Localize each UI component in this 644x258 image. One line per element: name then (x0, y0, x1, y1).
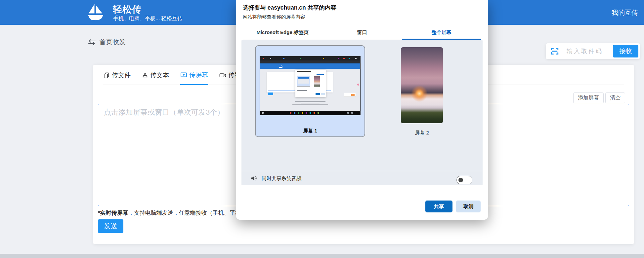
text-icon (142, 72, 148, 79)
receive-code-card: 接收 (546, 43, 640, 59)
dialog-tab-window[interactable]: 窗口 (322, 26, 402, 40)
tab-label: 传文件 (112, 71, 131, 80)
mini-footer-text-line (295, 101, 325, 102)
pickup-code-input[interactable] (567, 48, 609, 55)
nav-my-transfer[interactable]: 我的互传 (612, 8, 638, 17)
app-title: 轻松传 (113, 3, 142, 16)
dropzone-placeholder: 点击添加屏幕或窗口（单次可发3个） (104, 107, 224, 117)
dialog-tab-entire-screen[interactable]: 整个屏幕 (402, 26, 481, 40)
mini-browser-tabstrip (260, 56, 360, 60)
mini-send-button (268, 92, 273, 95)
dialog-tab-bar: Microsoft Edge 标签页 窗口 整个屏幕 (243, 26, 481, 40)
scan-code-icon[interactable] (550, 46, 560, 56)
screen-share-dialog: 选择要与 easychuan.cn 共享的内容 网站将能够查看你的屏幕内容 Mi… (236, 0, 488, 220)
breadcrumb[interactable]: 首页收发 (88, 38, 126, 47)
mini-site-header (260, 63, 360, 69)
app-subtitle: 手机、电脑、平板... 轻松互传 (113, 15, 183, 22)
screen-1-label: 屏幕 1 (256, 128, 365, 134)
mini-taskbar (260, 111, 360, 115)
share-audio-row: 同时共享系统音频 (250, 175, 301, 182)
mini-share-dialog (295, 70, 326, 97)
screen-share-icon (180, 72, 187, 78)
dialog-content-area: 屏幕 1 屏幕 2 同时共享系统音频 (241, 40, 483, 185)
dialog-title: 选择要与 easychuan.cn 共享的内容 (243, 4, 336, 12)
dialog-subtitle: 网站将能够查看你的屏幕内容 (243, 14, 305, 20)
screen-1-thumbnail (260, 56, 361, 115)
tab-send-file[interactable]: 传文件 (103, 71, 131, 85)
toggle-knob (458, 178, 463, 182)
dialog-tab-edge-tab[interactable]: Microsoft Edge 标签页 (243, 26, 322, 40)
sailboat-logo-icon (86, 3, 105, 21)
divider (241, 171, 483, 171)
mini-popup (344, 93, 356, 97)
screen-2-tile[interactable] (401, 47, 443, 123)
tab-send-screen[interactable]: 传屏幕 (180, 71, 208, 85)
horizontal-scrollbar[interactable] (0, 254, 644, 258)
breadcrumb-label: 首页收发 (99, 38, 126, 47)
note-bold: *实时传屏幕 (98, 210, 128, 216)
video-camera-icon (219, 72, 226, 78)
tab-send-text[interactable]: 传文本 (142, 71, 169, 85)
screen-share-note: *实时传屏幕，支持电脑端发送，任意端接收（手机、平板智 (98, 209, 246, 217)
tab-label: 传屏幕 (189, 71, 208, 79)
send-button[interactable]: 发送 (98, 219, 123, 233)
copy-file-icon (103, 72, 110, 79)
screen-2-label: 屏幕 2 (401, 130, 443, 136)
mini-footer-text-line (292, 104, 328, 105)
note-rest: ，支持电脑端发送，任意端接收（手机、平板智 (128, 210, 246, 216)
transfer-arrows-icon (88, 39, 96, 46)
tab-label: 传文本 (150, 71, 169, 80)
screen-1-tile[interactable]: 屏幕 1 (255, 45, 365, 137)
receive-button[interactable]: 接收 (613, 45, 638, 57)
divider (563, 46, 563, 56)
clear-button[interactable]: 清空 (605, 92, 625, 103)
share-audio-toggle[interactable] (456, 176, 472, 184)
add-screen-button[interactable]: 添加屏幕 (573, 92, 604, 103)
mini-site-logo (279, 64, 282, 68)
speaker-icon (250, 175, 257, 182)
mini-browser-toolbar (260, 60, 360, 63)
screen: 轻松传 手机、电脑、平板... 轻松互传 我的互传 首页收发 接收 (0, 0, 644, 258)
cancel-button[interactable]: 取消 (456, 201, 481, 212)
share-audio-label: 同时共享系统音频 (262, 175, 301, 182)
share-button[interactable]: 共享 (425, 201, 452, 212)
mini-float-widget (357, 84, 359, 86)
mini-footer-text-line (301, 103, 320, 103)
